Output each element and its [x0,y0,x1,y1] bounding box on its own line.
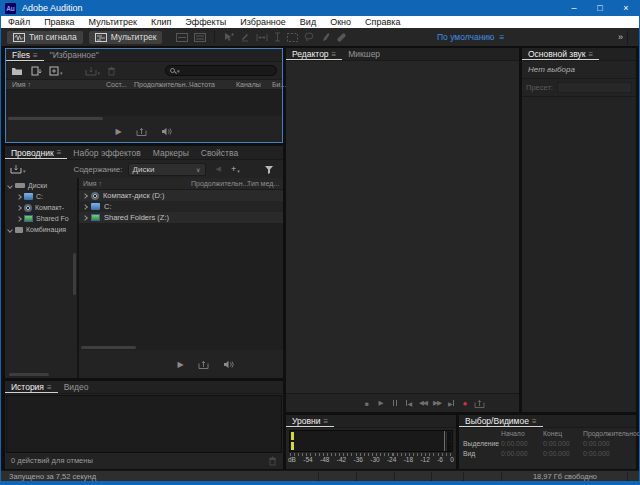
move-tool-icon[interactable] [223,32,234,42]
chevron-right-icon[interactable] [82,193,88,199]
tab-history[interactable]: История ≡ [5,381,58,393]
selection-duration-value[interactable]: 0:00.000 [583,440,640,447]
toolbar-overflow-button[interactable]: » [618,28,623,46]
tab-properties[interactable]: Свойства [195,146,244,159]
move-to-next-icon[interactable]: ▶ [446,400,456,407]
content-dropdown[interactable]: Диски ∨ [128,163,206,176]
minimize-button[interactable]: – [561,0,587,16]
menu-window[interactable]: Окно [323,16,358,28]
tab-levels[interactable]: Уровни ≡ [286,415,334,427]
tab-video[interactable]: Видео [58,381,95,393]
panel-menu-icon[interactable]: ≡ [47,383,52,392]
close-button[interactable]: × [613,0,639,16]
tree-item-cd[interactable]: Компакт- [5,202,77,213]
panel-menu-icon[interactable]: ≡ [589,50,594,59]
rewind-icon[interactable]: ◀◀ [418,399,428,407]
tab-selection-view[interactable]: Выбор/Видимое ≡ [459,415,543,427]
media-import-button[interactable]: ▾ [10,164,26,174]
view-end-value[interactable]: 0:00.000 [543,450,583,457]
workspace-selector[interactable]: По умолчанию ≡ [437,28,504,46]
tab-effects-rack[interactable]: Набор эффектов [67,146,146,159]
panel-menu-icon[interactable]: ≡ [332,50,337,59]
tab-editor[interactable]: Редактор ≡ [286,48,342,60]
pause-icon[interactable] [390,400,400,406]
tab-favorites[interactable]: "Избранное" [44,49,105,61]
menu-help[interactable]: Справка [358,16,407,28]
editor-content[interactable] [286,61,519,393]
column-duration[interactable]: Продолжительн... [191,180,248,187]
tree-hscroll-thumb[interactable] [9,373,49,376]
tab-mixer[interactable]: Микшер [342,48,386,60]
tree-item-shortcuts[interactable]: Комбинация [5,224,77,235]
menu-view[interactable]: Вид [293,16,323,28]
menu-multitrack[interactable]: Мультитрек [82,16,144,28]
trash-icon[interactable] [107,66,116,76]
insert-multitrack-button[interactable]: ▾ [85,66,101,76]
marquee-selection-tool-icon[interactable] [287,33,298,42]
lasso-selection-tool-icon[interactable] [304,32,314,42]
add-shortcut-button[interactable]: + ▾ [231,164,240,174]
chevron-right-icon[interactable] [16,194,22,200]
files-list[interactable] [6,90,282,116]
column-channels[interactable]: Каналы [236,81,261,88]
history-list[interactable] [6,395,282,453]
panel-menu-icon[interactable]: ≡ [33,51,38,60]
column-bit-depth[interactable]: Би... [272,81,286,88]
view-duration-value[interactable]: 0:00.000 [583,450,640,457]
column-status[interactable]: Сост... [106,81,127,88]
chevron-right-icon[interactable] [16,205,22,211]
tree-vscroll-thumb[interactable] [73,253,76,295]
chevron-down-icon[interactable] [7,227,13,233]
chevron-right-icon[interactable] [82,215,88,221]
menu-clip[interactable]: Клип [144,16,178,28]
media-row-shared[interactable]: Shared Folders (Z:) [79,212,283,223]
chevron-right-icon[interactable] [16,216,22,222]
menu-edit[interactable]: Правка [37,16,81,28]
preset-field[interactable] [557,82,632,93]
tree-item-drives[interactable]: Диски [5,180,77,191]
import-file-icon[interactable] [31,66,42,76]
chevron-down-icon[interactable] [7,183,13,189]
loop-playback-icon[interactable] [474,399,485,408]
preview-play-icon[interactable]: ▶ [115,127,121,136]
panel-menu-icon[interactable]: ≡ [57,148,62,157]
tab-media-browser[interactable]: Проводник ≡ [5,146,67,159]
tree-item-c-drive[interactable]: C: [5,191,77,202]
filter-button[interactable] [264,165,274,174]
chevron-right-icon[interactable] [82,204,88,210]
time-selection-tool-icon[interactable] [274,32,281,42]
spot-healing-tool-icon[interactable] [336,32,347,43]
move-to-previous-icon[interactable]: ◀ [404,400,414,407]
panel-menu-icon[interactable]: ≡ [532,417,537,426]
spectral-display-icon[interactable] [194,33,206,42]
panel-menu-icon[interactable]: ≡ [323,417,328,426]
media-hscroll-thumb[interactable] [81,346,136,349]
new-item-button[interactable]: ▾ [49,66,63,76]
column-duration[interactable]: Продолжительн... [134,81,191,88]
open-file-icon[interactable] [11,66,24,76]
search-input[interactable]: ▾ [165,65,277,76]
preview-play-icon[interactable]: ▶ [177,360,183,369]
autoplay-speaker-icon[interactable] [223,360,235,369]
waveform-display-icon[interactable] [176,33,188,42]
column-media-type[interactable]: Тип мед... [247,180,279,187]
stop-icon[interactable]: ■ [362,400,372,407]
column-name[interactable]: Имя ↑ [12,81,31,88]
record-icon[interactable]: ● [460,399,470,408]
view-start-value[interactable]: 0:00.000 [501,450,543,457]
play-icon[interactable]: ▶ [376,399,386,407]
menu-favorites[interactable]: Избранное [233,16,293,28]
razor-tool-icon[interactable] [240,32,250,42]
paintbrush-tool-icon[interactable] [320,32,330,42]
multitrack-view-button[interactable]: Мультитрек [89,31,163,44]
menu-effects[interactable]: Эффекты [178,16,233,28]
fast-forward-icon[interactable]: ▶▶ [432,399,442,407]
waveform-view-button[interactable]: Тип сигнала [7,31,83,44]
column-sample-rate[interactable]: Частота [189,81,215,88]
menu-file[interactable]: Файл [1,16,37,28]
tab-markers[interactable]: Маркеры [147,146,195,159]
loop-preview-icon[interactable] [198,360,209,369]
column-name[interactable]: Имя ↑ [83,180,102,187]
autoplay-speaker-icon[interactable] [161,127,173,136]
tab-essential-sound[interactable]: Основной звук ≡ [522,48,599,60]
